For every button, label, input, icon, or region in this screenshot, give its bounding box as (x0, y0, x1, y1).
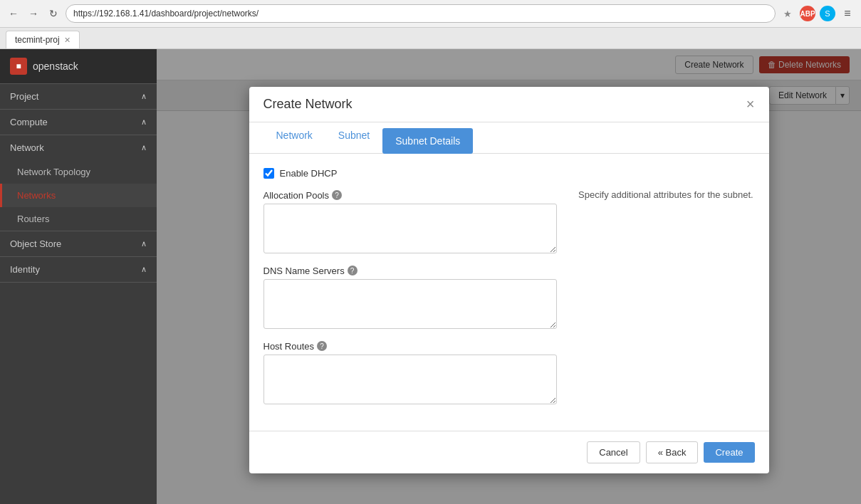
sidebar-section-project: Project ∧ (0, 84, 157, 110)
create-network-modal: Create Network × Network Subnet Subnet D… (249, 87, 769, 473)
modal-close-button[interactable]: × (746, 97, 755, 111)
enable-dhcp-group: Enable DHCP (263, 168, 558, 179)
sidebar-network-label: Network (10, 142, 44, 153)
allocation-pools-group: Allocation Pools ? (263, 190, 558, 256)
skype-icon[interactable]: S (820, 6, 835, 21)
browser-menu-icon[interactable]: ≡ (840, 6, 855, 21)
main-content: Create Network 🗑 Delete Networks n State… (157, 49, 861, 504)
modal-description-text: Specify additional attributes for the su… (578, 189, 755, 200)
sidebar-project-label: Project (10, 91, 38, 102)
bookmark-icon[interactable]: ★ (780, 6, 795, 21)
tab-network[interactable]: Network (263, 122, 325, 153)
dns-name-servers-help-icon[interactable]: ? (348, 266, 358, 275)
modal-form-left: Enable DHCP Allocation Pools ? (263, 168, 558, 416)
host-routes-label: Host Routes ? (263, 341, 558, 352)
sidebar-section-network: Network ∧ Network Topology Networks Rout… (0, 135, 157, 231)
allocation-pools-help-icon[interactable]: ? (332, 190, 342, 200)
sidebar-section-compute: Compute ∧ (0, 110, 157, 135)
sidebar-object-store-chevron: ∧ (141, 239, 147, 248)
create-button[interactable]: Create (704, 442, 754, 463)
address-bar[interactable] (66, 4, 776, 23)
forward-button[interactable]: → (26, 6, 41, 21)
sidebar-section-object-store: Object Store ∧ (0, 231, 157, 257)
host-routes-textarea[interactable] (263, 355, 558, 404)
sidebar-network-chevron: ∧ (141, 143, 147, 152)
reload-button[interactable]: ↻ (46, 6, 61, 21)
enable-dhcp-checkbox[interactable] (263, 168, 274, 179)
sidebar-header-network[interactable]: Network ∧ (0, 135, 157, 160)
sidebar-header-project[interactable]: Project ∧ (0, 84, 157, 109)
modal-header: Create Network × (249, 87, 769, 122)
sidebar-project-chevron: ∧ (141, 92, 147, 101)
enable-dhcp-label: Enable DHCP (280, 168, 338, 179)
brand-name: openstack (33, 61, 78, 72)
sidebar-compute-label: Compute (10, 117, 48, 127)
sidebar-object-store-label: Object Store (10, 238, 61, 249)
modal-footer: Cancel « Back Create (249, 431, 769, 473)
cancel-button[interactable]: Cancel (587, 441, 640, 463)
brand-logo: ■ (10, 58, 27, 75)
sidebar-item-network-topology[interactable]: Network Topology (0, 160, 157, 184)
sidebar-compute-chevron: ∧ (141, 117, 147, 127)
sidebar-section-identity: Identity ∧ (0, 257, 157, 283)
sidebar-identity-chevron: ∧ (141, 265, 147, 274)
allocation-pools-textarea[interactable] (263, 204, 558, 253)
sidebar-header-object-store[interactable]: Object Store ∧ (0, 231, 157, 256)
modal-backdrop: Create Network × Network Subnet Subnet D… (157, 49, 861, 504)
browser-tab[interactable]: tecmint-proj ✕ (6, 31, 80, 48)
tab-subnet-details[interactable]: Subnet Details (382, 128, 473, 154)
host-routes-help-icon[interactable]: ? (317, 341, 327, 351)
modal-description: Specify additional attributes for the su… (578, 168, 755, 416)
sidebar-header-compute[interactable]: Compute ∧ (0, 110, 157, 135)
modal-tabs: Network Subnet Subnet Details (249, 122, 769, 154)
tab-label: tecmint-proj (15, 35, 60, 45)
dns-name-servers-label: DNS Name Servers ? (263, 266, 558, 276)
sidebar-item-networks[interactable]: Networks (0, 184, 157, 207)
tab-subnet[interactable]: Subnet (325, 122, 382, 153)
brand-area: ■ openstack (0, 49, 157, 84)
modal-body: Enable DHCP Allocation Pools ? (249, 154, 769, 431)
back-button[interactable]: ← (6, 6, 21, 21)
sidebar-header-identity[interactable]: Identity ∧ (0, 257, 157, 282)
sidebar: ■ openstack Project ∧ Compute ∧ Network … (0, 49, 157, 504)
allocation-pools-label: Allocation Pools ? (263, 190, 558, 201)
dns-name-servers-textarea[interactable] (263, 279, 558, 329)
adblock-icon[interactable]: ABP (800, 6, 815, 21)
sidebar-identity-label: Identity (10, 264, 40, 275)
sidebar-item-routers[interactable]: Routers (0, 207, 157, 231)
dns-name-servers-group: DNS Name Servers ? (263, 266, 558, 331)
modal-title: Create Network (263, 97, 353, 112)
back-button-modal[interactable]: « Back (646, 441, 699, 463)
host-routes-group: Host Routes ? (263, 341, 558, 406)
tab-close-icon[interactable]: ✕ (64, 36, 71, 45)
